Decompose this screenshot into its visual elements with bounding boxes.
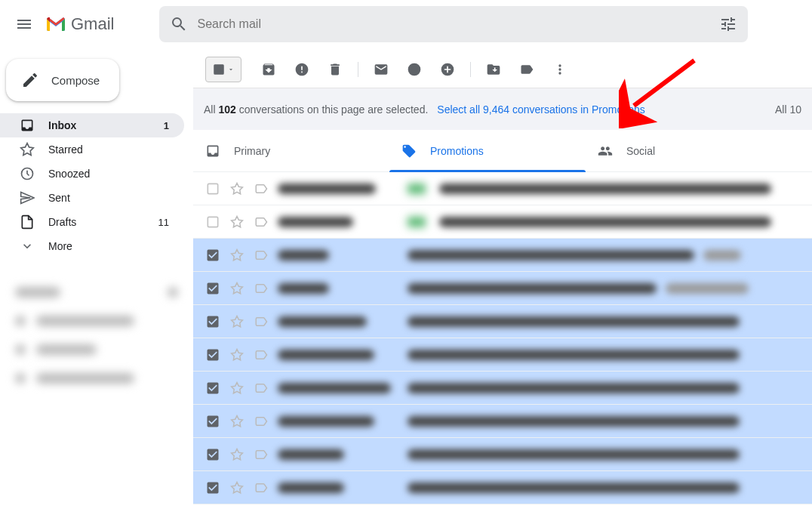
star-icon[interactable]	[229, 381, 245, 396]
sender	[278, 350, 398, 360]
row-checkbox[interactable]	[205, 381, 220, 396]
mail-row[interactable]	[193, 471, 812, 504]
subject	[408, 483, 800, 493]
subject	[408, 449, 800, 460]
selection-banner: All 102 conversations on this page are s…	[193, 88, 812, 130]
star-icon[interactable]	[229, 480, 245, 495]
sender	[278, 449, 398, 460]
important-icon[interactable]	[254, 314, 269, 329]
sidebar-item-starred[interactable]: Starred	[0, 137, 184, 162]
add-to-tasks-button[interactable]	[432, 54, 463, 85]
row-checkbox[interactable]	[205, 281, 220, 296]
mail-row[interactable]	[193, 372, 812, 405]
sender	[278, 183, 398, 194]
row-checkbox[interactable]	[205, 347, 220, 362]
move-to-button[interactable]	[478, 54, 509, 85]
main-menu-button[interactable]	[6, 6, 42, 42]
sender	[278, 316, 398, 327]
subject	[408, 250, 800, 261]
delete-button[interactable]	[320, 54, 350, 85]
row-checkbox[interactable]	[205, 181, 220, 196]
mail-row[interactable]	[193, 438, 812, 471]
mail-row[interactable]	[193, 305, 812, 338]
subject	[408, 383, 800, 393]
svg-rect-2	[208, 217, 217, 227]
subject	[408, 350, 800, 360]
inbox-icon	[20, 118, 35, 133]
people-icon	[598, 143, 613, 159]
tab-promotions[interactable]: Promotions	[389, 130, 586, 171]
banner-right-text: All 10	[775, 103, 801, 116]
search-icon[interactable]	[170, 15, 188, 33]
mail-row[interactable]	[193, 272, 812, 305]
clock-icon	[20, 166, 35, 181]
star-icon[interactable]	[229, 181, 245, 196]
report-spam-button[interactable]	[287, 54, 317, 85]
mail-row[interactable]	[193, 405, 812, 438]
compose-button[interactable]: Compose	[6, 59, 119, 101]
important-icon[interactable]	[254, 248, 269, 263]
more-actions-button[interactable]	[545, 54, 575, 85]
star-icon[interactable]	[229, 214, 245, 230]
row-checkbox[interactable]	[205, 214, 220, 230]
search-options-icon[interactable]	[719, 15, 737, 33]
star-icon[interactable]	[229, 414, 245, 429]
row-checkbox[interactable]	[205, 314, 220, 329]
draft-icon	[20, 214, 35, 230]
select-all-conversations-link[interactable]: Select all 9,464 conversations in Promot…	[437, 103, 645, 116]
subject	[408, 183, 800, 194]
row-checkbox[interactable]	[205, 480, 220, 495]
star-icon[interactable]	[229, 447, 245, 462]
sender	[278, 283, 398, 294]
star-icon	[20, 142, 35, 157]
send-icon	[20, 190, 35, 205]
sender	[278, 416, 398, 427]
archive-button[interactable]	[254, 54, 284, 85]
mail-row[interactable]	[193, 338, 812, 372]
gmail-logo[interactable]: Gmail	[45, 14, 114, 34]
snooze-button[interactable]	[399, 54, 429, 85]
sidebar-item-more[interactable]: More	[0, 234, 184, 258]
sidebar-item-inbox[interactable]: Inbox1	[0, 113, 184, 137]
subject	[408, 416, 800, 427]
tab-social[interactable]: Social	[586, 130, 782, 171]
important-icon[interactable]	[254, 480, 269, 495]
mark-unread-button[interactable]	[366, 54, 396, 85]
sidebar-item-snoozed[interactable]: Snoozed	[0, 162, 184, 186]
tab-primary[interactable]: Primary	[193, 130, 389, 171]
subject	[408, 283, 800, 294]
star-icon[interactable]	[229, 281, 245, 296]
sender	[278, 383, 398, 393]
star-icon[interactable]	[229, 347, 245, 362]
important-icon[interactable]	[254, 214, 269, 230]
important-icon[interactable]	[254, 281, 269, 296]
brand-text: Gmail	[71, 14, 114, 34]
important-icon[interactable]	[254, 181, 269, 196]
subject	[408, 316, 800, 327]
row-checkbox[interactable]	[205, 447, 220, 462]
select-all-checkbox[interactable]	[205, 57, 241, 82]
labels-button[interactable]	[512, 54, 542, 85]
more-icon	[20, 239, 35, 254]
compose-label: Compose	[51, 74, 100, 87]
svg-rect-1	[208, 183, 217, 193]
mail-row[interactable]	[193, 205, 812, 239]
mail-row[interactable]	[193, 172, 812, 205]
important-icon[interactable]	[254, 447, 269, 462]
sidebar-item-drafts[interactable]: Drafts11	[0, 210, 184, 234]
tag-icon	[401, 143, 417, 159]
star-icon[interactable]	[229, 314, 245, 329]
labels-section	[0, 281, 193, 390]
important-icon[interactable]	[254, 381, 269, 396]
search-bar[interactable]	[159, 6, 748, 42]
mail-row[interactable]	[193, 239, 812, 272]
row-checkbox[interactable]	[205, 414, 220, 429]
inbox-tab-icon	[205, 143, 220, 159]
star-icon[interactable]	[229, 248, 245, 263]
sidebar-item-sent[interactable]: Sent	[0, 186, 184, 210]
row-checkbox[interactable]	[205, 248, 220, 263]
search-input[interactable]	[197, 17, 719, 31]
sender	[278, 217, 398, 227]
important-icon[interactable]	[254, 347, 269, 362]
important-icon[interactable]	[254, 414, 269, 429]
